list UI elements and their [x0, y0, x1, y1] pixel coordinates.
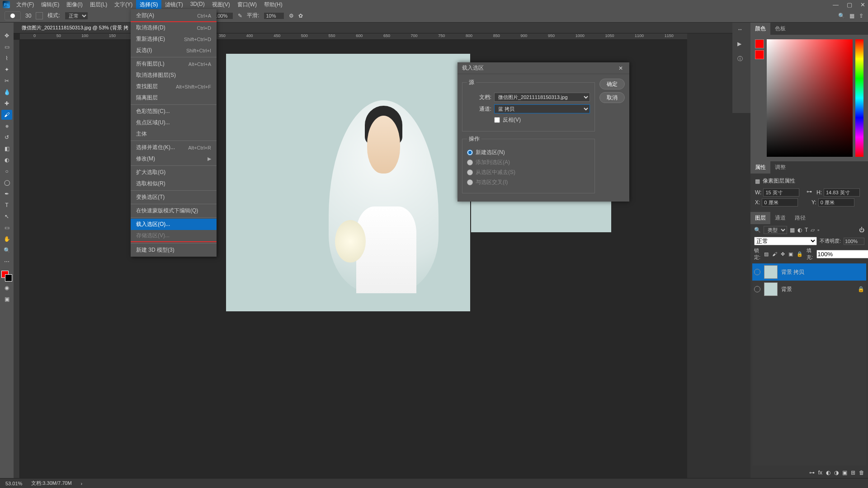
- color-tab[interactable]: 颜色: [750, 23, 770, 35]
- y-input[interactable]: [818, 198, 854, 206]
- layer-fx-icon[interactable]: fx: [818, 469, 822, 476]
- channel-select[interactable]: 蓝 拷贝: [494, 104, 590, 113]
- menu-e[interactable]: 编辑(E): [38, 0, 63, 10]
- lock-trans-icon[interactable]: ▨: [764, 251, 769, 257]
- filter-smart-icon[interactable]: ▫: [817, 227, 819, 233]
- filter-adjust-icon[interactable]: ◐: [797, 227, 802, 233]
- width-input[interactable]: [763, 188, 799, 197]
- selection-tool-icon[interactable]: ✦: [1, 65, 12, 75]
- x-input[interactable]: [762, 198, 798, 206]
- layers-tab[interactable]: 图层: [750, 212, 770, 224]
- menu-l[interactable]: 图层(L): [86, 0, 111, 10]
- menu-item[interactable]: 隔离图层: [131, 92, 217, 103]
- filter-toggle-icon[interactable]: ⏻: [859, 227, 864, 233]
- layer-row[interactable]: 背景🔒: [752, 281, 866, 298]
- menu-item[interactable]: 选取相似(R): [131, 178, 217, 189]
- stamp-tool-icon[interactable]: ⎈: [1, 121, 12, 131]
- bg-color-swatch[interactable]: [755, 50, 764, 59]
- eyedropper-tool-icon[interactable]: 💧: [1, 87, 12, 97]
- document-tab[interactable]: 微信图片_20211118150313.jpg @ 53% (背景 拷: [16, 23, 134, 33]
- layer-thumbnail[interactable]: [764, 265, 778, 279]
- menu-item[interactable]: 主体: [131, 128, 217, 140]
- fg-color-swatch[interactable]: [755, 39, 764, 48]
- menu-item[interactable]: 全部(A)Ctrl+A: [131, 10, 217, 21]
- properties-tab[interactable]: 属性: [750, 161, 770, 174]
- new-layer-icon[interactable]: ⊞: [851, 469, 855, 476]
- history-brush-icon[interactable]: ↺: [1, 132, 12, 142]
- symmetry-icon[interactable]: ✿: [298, 13, 303, 19]
- filter-pixel-icon[interactable]: ▦: [790, 227, 795, 233]
- document-canvas[interactable]: [226, 54, 470, 311]
- smooth-input[interactable]: [264, 12, 284, 19]
- menu-item[interactable]: 载入选区(O)...: [131, 219, 217, 230]
- layer-mask-icon[interactable]: ◐: [826, 469, 830, 476]
- lock-image-icon[interactable]: 🖌: [772, 251, 777, 257]
- menu-item[interactable]: 扩大选取(G): [131, 167, 217, 178]
- dialog-close-icon[interactable]: ✕: [617, 64, 625, 72]
- blur-tool-icon[interactable]: ○: [1, 166, 12, 176]
- menu-w[interactable]: 窗口(W): [234, 0, 260, 10]
- menu-t[interactable]: 滤镜(T): [161, 0, 186, 10]
- height-input[interactable]: [824, 188, 860, 197]
- layer-row[interactable]: 背景 拷贝: [752, 263, 866, 281]
- menu-item[interactable]: 色彩范围(C)...: [131, 106, 217, 117]
- menu-item[interactable]: 重新选择(E)Shift+Ctrl+D: [131, 33, 217, 45]
- brush-preview[interactable]: [5, 11, 21, 20]
- quickmask-icon[interactable]: ◉: [1, 283, 12, 293]
- zoom-tool-icon[interactable]: 🔍: [1, 245, 12, 255]
- hand-tool-icon[interactable]: ✋: [1, 234, 12, 244]
- settings-gear-icon[interactable]: ⚙: [289, 13, 294, 19]
- menu-s[interactable]: 选择(S): [136, 0, 161, 10]
- brush-tool-icon[interactable]: 🖌: [1, 110, 12, 120]
- workspace-icon[interactable]: ▦: [849, 13, 854, 19]
- airbrush-icon[interactable]: ✎: [238, 13, 242, 19]
- delete-layer-icon[interactable]: 🗑: [859, 469, 864, 476]
- screenmode-icon[interactable]: ▣: [1, 294, 12, 304]
- menu-f[interactable]: 文件(F): [13, 0, 38, 10]
- lock-all-icon[interactable]: 🔒: [797, 251, 803, 257]
- link-wh-icon[interactable]: ⊶: [807, 188, 812, 197]
- invert-checkbox[interactable]: [494, 117, 500, 123]
- info-panel-icon[interactable]: ⓘ: [737, 55, 745, 63]
- pen-tool-icon[interactable]: ✒: [1, 189, 12, 199]
- document-select[interactable]: 微信图片_20211118150313.jpg: [494, 93, 590, 102]
- hue-slider[interactable]: [855, 39, 863, 157]
- lock-pos-icon[interactable]: ✥: [781, 251, 785, 257]
- search-icon[interactable]: 🔍: [838, 13, 845, 19]
- gradient-tool-icon[interactable]: ◐: [1, 155, 12, 165]
- filter-type-icon[interactable]: T: [805, 227, 808, 233]
- history-panel-icon[interactable]: ▶: [737, 41, 745, 49]
- group-icon[interactable]: ▣: [842, 469, 847, 476]
- color-field[interactable]: [767, 39, 853, 157]
- lasso-tool-icon[interactable]: ⌇: [1, 53, 12, 63]
- menu-item[interactable]: 取消选择(D)Ctrl+D: [131, 22, 217, 33]
- visibility-icon[interactable]: [754, 286, 760, 292]
- close-icon[interactable]: ✕: [860, 1, 865, 8]
- lock-artboard-icon[interactable]: ▣: [788, 251, 793, 257]
- menu-h[interactable]: 帮助(H): [260, 0, 286, 10]
- type-tool-icon[interactable]: T: [1, 200, 12, 210]
- healing-tool-icon[interactable]: ✚: [1, 99, 12, 108]
- paths-tab[interactable]: 路径: [790, 212, 810, 224]
- visibility-icon[interactable]: [754, 269, 760, 275]
- menu-y[interactable]: 文字(Y): [111, 0, 136, 10]
- op-new-radio[interactable]: [467, 150, 473, 155]
- zoom-readout[interactable]: 53.01%: [5, 481, 22, 486]
- edit-toolbar-icon[interactable]: ⋯: [1, 257, 12, 267]
- eraser-tool-icon[interactable]: ◧: [1, 144, 12, 154]
- chevron-right-icon[interactable]: ›: [81, 481, 83, 486]
- maximize-icon[interactable]: ▢: [847, 1, 852, 8]
- menu-item[interactable]: 选择并遮住(K)...Alt+Ctrl+R: [131, 142, 217, 153]
- panel-toggle-icon[interactable]: ↔: [737, 26, 745, 34]
- cancel-button[interactable]: 取消: [599, 92, 625, 103]
- link-layers-icon[interactable]: ⊶: [809, 469, 815, 476]
- share-icon[interactable]: ⇪: [859, 13, 863, 19]
- menu-item[interactable]: 查找图层Alt+Shift+Ctrl+F: [131, 81, 217, 92]
- layer-blend-select[interactable]: 正常: [754, 237, 817, 245]
- filter-shape-icon[interactable]: ▱: [811, 227, 815, 233]
- menu-item[interactable]: 取消选择图层(S): [131, 70, 217, 81]
- minimize-icon[interactable]: —: [833, 1, 839, 8]
- opacity-input[interactable]: [844, 238, 864, 245]
- crop-tool-icon[interactable]: ✂: [1, 76, 12, 86]
- menu-v[interactable]: 视图(V): [208, 0, 234, 10]
